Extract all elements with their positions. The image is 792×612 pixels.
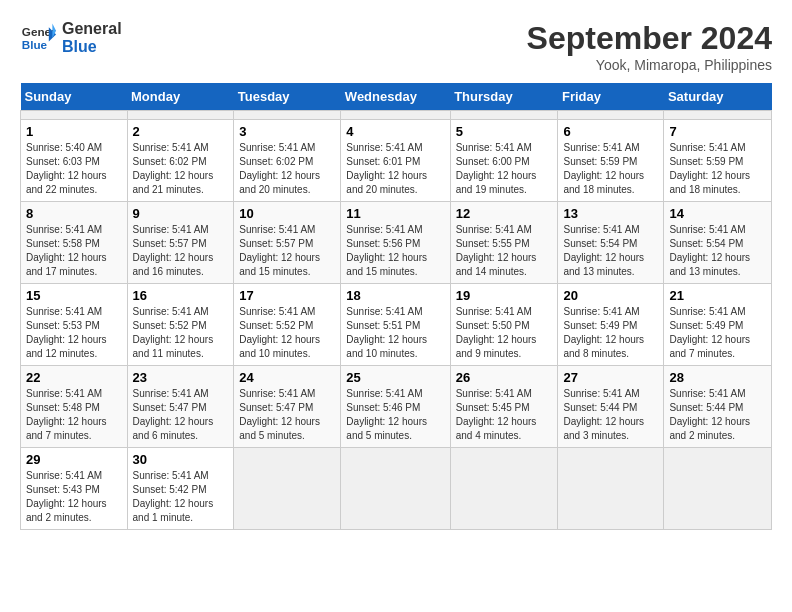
day-cell: 28Sunrise: 5:41 AM Sunset: 5:44 PM Dayli… — [664, 366, 772, 448]
day-info: Sunrise: 5:41 AM Sunset: 5:44 PM Dayligh… — [669, 387, 766, 443]
logo-line1: General — [62, 20, 122, 38]
day-cell — [450, 448, 558, 530]
day-cell: 10Sunrise: 5:41 AM Sunset: 5:57 PM Dayli… — [234, 202, 341, 284]
day-number: 30 — [133, 452, 229, 467]
day-number: 19 — [456, 288, 553, 303]
day-info: Sunrise: 5:41 AM Sunset: 5:46 PM Dayligh… — [346, 387, 444, 443]
day-info: Sunrise: 5:41 AM Sunset: 5:44 PM Dayligh… — [563, 387, 658, 443]
day-cell: 1Sunrise: 5:40 AM Sunset: 6:03 PM Daylig… — [21, 120, 128, 202]
day-info: Sunrise: 5:41 AM Sunset: 5:43 PM Dayligh… — [26, 469, 122, 525]
day-info: Sunrise: 5:41 AM Sunset: 5:50 PM Dayligh… — [456, 305, 553, 361]
day-info: Sunrise: 5:41 AM Sunset: 5:59 PM Dayligh… — [563, 141, 658, 197]
week-row-5: 29Sunrise: 5:41 AM Sunset: 5:43 PM Dayli… — [21, 448, 772, 530]
day-number: 16 — [133, 288, 229, 303]
day-info: Sunrise: 5:41 AM Sunset: 6:02 PM Dayligh… — [133, 141, 229, 197]
header-monday: Monday — [127, 83, 234, 111]
day-number: 26 — [456, 370, 553, 385]
day-info: Sunrise: 5:41 AM Sunset: 5:53 PM Dayligh… — [26, 305, 122, 361]
day-number: 1 — [26, 124, 122, 139]
svg-text:Blue: Blue — [22, 38, 48, 51]
day-info: Sunrise: 5:41 AM Sunset: 5:49 PM Dayligh… — [563, 305, 658, 361]
day-cell: 26Sunrise: 5:41 AM Sunset: 5:45 PM Dayli… — [450, 366, 558, 448]
header-friday: Friday — [558, 83, 664, 111]
day-number: 27 — [563, 370, 658, 385]
day-info: Sunrise: 5:41 AM Sunset: 5:48 PM Dayligh… — [26, 387, 122, 443]
header-tuesday: Tuesday — [234, 83, 341, 111]
day-info: Sunrise: 5:41 AM Sunset: 5:59 PM Dayligh… — [669, 141, 766, 197]
day-number: 7 — [669, 124, 766, 139]
day-info: Sunrise: 5:41 AM Sunset: 5:45 PM Dayligh… — [456, 387, 553, 443]
day-cell — [341, 111, 450, 120]
day-cell: 6Sunrise: 5:41 AM Sunset: 5:59 PM Daylig… — [558, 120, 664, 202]
day-cell: 20Sunrise: 5:41 AM Sunset: 5:49 PM Dayli… — [558, 284, 664, 366]
day-number: 29 — [26, 452, 122, 467]
day-cell: 27Sunrise: 5:41 AM Sunset: 5:44 PM Dayli… — [558, 366, 664, 448]
day-cell — [558, 448, 664, 530]
day-number: 25 — [346, 370, 444, 385]
day-cell: 13Sunrise: 5:41 AM Sunset: 5:54 PM Dayli… — [558, 202, 664, 284]
week-row-4: 22Sunrise: 5:41 AM Sunset: 5:48 PM Dayli… — [21, 366, 772, 448]
day-number: 23 — [133, 370, 229, 385]
day-cell: 21Sunrise: 5:41 AM Sunset: 5:49 PM Dayli… — [664, 284, 772, 366]
day-cell: 29Sunrise: 5:41 AM Sunset: 5:43 PM Dayli… — [21, 448, 128, 530]
day-number: 9 — [133, 206, 229, 221]
day-cell: 25Sunrise: 5:41 AM Sunset: 5:46 PM Dayli… — [341, 366, 450, 448]
day-number: 17 — [239, 288, 335, 303]
calendar-table: SundayMondayTuesdayWednesdayThursdayFrid… — [20, 83, 772, 530]
location: Yook, Mimaropa, Philippines — [527, 57, 772, 73]
day-number: 22 — [26, 370, 122, 385]
day-info: Sunrise: 5:41 AM Sunset: 5:51 PM Dayligh… — [346, 305, 444, 361]
logo-icon: General Blue — [20, 20, 56, 56]
day-number: 15 — [26, 288, 122, 303]
day-info: Sunrise: 5:41 AM Sunset: 5:57 PM Dayligh… — [133, 223, 229, 279]
header-sunday: Sunday — [21, 83, 128, 111]
day-number: 2 — [133, 124, 229, 139]
day-cell — [341, 448, 450, 530]
day-number: 14 — [669, 206, 766, 221]
day-info: Sunrise: 5:41 AM Sunset: 5:49 PM Dayligh… — [669, 305, 766, 361]
day-cell: 2Sunrise: 5:41 AM Sunset: 6:02 PM Daylig… — [127, 120, 234, 202]
week-row-1: 1Sunrise: 5:40 AM Sunset: 6:03 PM Daylig… — [21, 120, 772, 202]
day-cell: 15Sunrise: 5:41 AM Sunset: 5:53 PM Dayli… — [21, 284, 128, 366]
week-row-2: 8Sunrise: 5:41 AM Sunset: 5:58 PM Daylig… — [21, 202, 772, 284]
day-info: Sunrise: 5:41 AM Sunset: 5:58 PM Dayligh… — [26, 223, 122, 279]
day-cell — [558, 111, 664, 120]
day-info: Sunrise: 5:41 AM Sunset: 6:01 PM Dayligh… — [346, 141, 444, 197]
day-cell — [664, 448, 772, 530]
header-wednesday: Wednesday — [341, 83, 450, 111]
day-cell — [664, 111, 772, 120]
day-cell: 8Sunrise: 5:41 AM Sunset: 5:58 PM Daylig… — [21, 202, 128, 284]
day-info: Sunrise: 5:41 AM Sunset: 5:55 PM Dayligh… — [456, 223, 553, 279]
day-cell: 19Sunrise: 5:41 AM Sunset: 5:50 PM Dayli… — [450, 284, 558, 366]
day-cell: 12Sunrise: 5:41 AM Sunset: 5:55 PM Dayli… — [450, 202, 558, 284]
day-info: Sunrise: 5:41 AM Sunset: 5:47 PM Dayligh… — [239, 387, 335, 443]
day-number: 10 — [239, 206, 335, 221]
day-info: Sunrise: 5:41 AM Sunset: 5:52 PM Dayligh… — [239, 305, 335, 361]
day-number: 18 — [346, 288, 444, 303]
day-info: Sunrise: 5:41 AM Sunset: 6:02 PM Dayligh… — [239, 141, 335, 197]
day-number: 13 — [563, 206, 658, 221]
header-row: SundayMondayTuesdayWednesdayThursdayFrid… — [21, 83, 772, 111]
day-number: 4 — [346, 124, 444, 139]
day-cell: 18Sunrise: 5:41 AM Sunset: 5:51 PM Dayli… — [341, 284, 450, 366]
day-number: 11 — [346, 206, 444, 221]
day-info: Sunrise: 5:41 AM Sunset: 5:56 PM Dayligh… — [346, 223, 444, 279]
day-info: Sunrise: 5:40 AM Sunset: 6:03 PM Dayligh… — [26, 141, 122, 197]
day-info: Sunrise: 5:41 AM Sunset: 6:00 PM Dayligh… — [456, 141, 553, 197]
day-cell — [450, 111, 558, 120]
day-cell: 3Sunrise: 5:41 AM Sunset: 6:02 PM Daylig… — [234, 120, 341, 202]
day-cell — [234, 111, 341, 120]
day-cell: 11Sunrise: 5:41 AM Sunset: 5:56 PM Dayli… — [341, 202, 450, 284]
week-row-3: 15Sunrise: 5:41 AM Sunset: 5:53 PM Dayli… — [21, 284, 772, 366]
day-cell: 5Sunrise: 5:41 AM Sunset: 6:00 PM Daylig… — [450, 120, 558, 202]
header-thursday: Thursday — [450, 83, 558, 111]
logo-line2: Blue — [62, 38, 122, 56]
day-info: Sunrise: 5:41 AM Sunset: 5:47 PM Dayligh… — [133, 387, 229, 443]
day-number: 20 — [563, 288, 658, 303]
week-row-0 — [21, 111, 772, 120]
day-cell: 23Sunrise: 5:41 AM Sunset: 5:47 PM Dayli… — [127, 366, 234, 448]
page-header: General Blue General Blue September 2024… — [20, 20, 772, 73]
day-number: 24 — [239, 370, 335, 385]
day-cell: 22Sunrise: 5:41 AM Sunset: 5:48 PM Dayli… — [21, 366, 128, 448]
title-block: September 2024 Yook, Mimaropa, Philippin… — [527, 20, 772, 73]
